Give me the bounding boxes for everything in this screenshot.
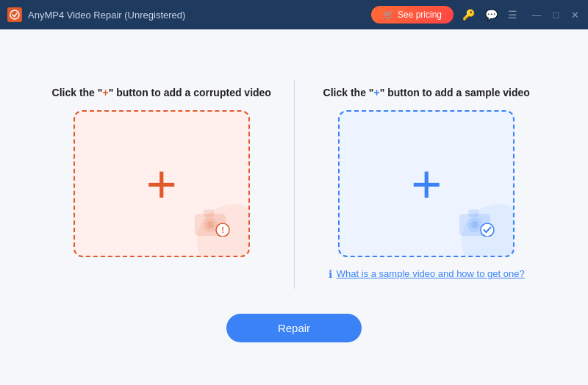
left-plus-symbol: + <box>102 87 108 98</box>
svg-point-3 <box>207 221 214 229</box>
right-plus-symbol: + <box>373 87 379 98</box>
see-pricing-label: See pricing <box>398 10 442 20</box>
left-panel: Click the "+" button to add a corrupted … <box>29 72 294 272</box>
title-bar-center: 🛒 See pricing <box>371 6 453 24</box>
repair-btn-row: Repair <box>226 314 362 342</box>
left-panel-title: Click the "+" button to add a corrupted … <box>52 87 271 98</box>
panels-row: Click the "+" button to add a corrupted … <box>29 72 559 295</box>
right-plus-icon: + <box>411 157 442 210</box>
app-icon <box>7 7 22 22</box>
menu-icon[interactable]: ☰ <box>508 9 517 21</box>
svg-text:!: ! <box>221 226 224 234</box>
see-pricing-button[interactable]: 🛒 See pricing <box>371 6 453 24</box>
title-bar: AnyMP4 Video Repair (Unregistered) 🛒 See… <box>0 0 588 29</box>
window-controls: — □ ✕ <box>531 10 581 21</box>
corrupted-camera-icon: ! <box>194 206 232 240</box>
close-button[interactable]: ✕ <box>569 10 581 21</box>
sample-camera-icon <box>459 206 497 240</box>
drop-zone-inner-left: + ! <box>75 112 248 256</box>
info-icon: ℹ <box>329 268 332 280</box>
corrupted-video-drop-zone[interactable]: + ! <box>74 110 250 257</box>
svg-rect-10 <box>469 210 478 216</box>
sample-info: ℹ What is a sample video and how to get … <box>329 267 525 281</box>
title-bar-left: AnyMP4 Video Repair (Unregistered) <box>7 7 371 22</box>
right-panel-title: Click the "+" button to add a sample vid… <box>323 87 530 98</box>
svg-rect-4 <box>204 210 213 216</box>
right-panel: Click the "+" button to add a sample vid… <box>295 72 559 295</box>
svg-point-9 <box>471 221 478 229</box>
key-icon[interactable]: 🔑 <box>462 9 475 21</box>
sample-video-link[interactable]: What is a sample video and how to get on… <box>337 267 525 281</box>
repair-button[interactable]: Repair <box>226 314 362 342</box>
maximize-button[interactable]: □ <box>550 10 562 21</box>
main-content: Click the "+" button to add a corrupted … <box>0 29 588 385</box>
left-plus-icon: + <box>146 157 177 210</box>
app-title: AnyMP4 Video Repair (Unregistered) <box>28 10 185 21</box>
cart-icon: 🛒 <box>383 10 394 20</box>
svg-point-0 <box>10 10 19 19</box>
sample-video-drop-zone[interactable]: + <box>338 110 514 257</box>
chat-icon[interactable]: 💬 <box>485 9 498 21</box>
minimize-button[interactable]: — <box>531 10 542 21</box>
title-bar-right: 🔑 💬 ☰ — □ ✕ <box>462 9 581 21</box>
drop-zone-inner-right: + <box>340 112 513 256</box>
